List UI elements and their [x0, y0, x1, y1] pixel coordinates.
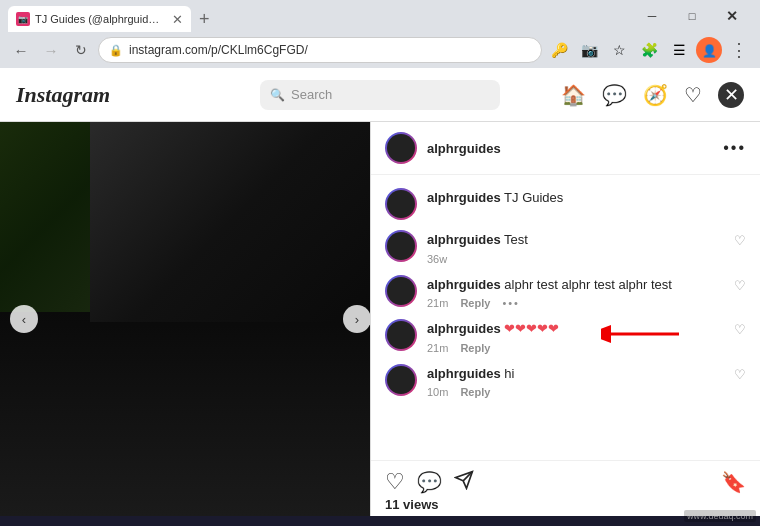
maximize-button[interactable]: □ — [672, 0, 712, 32]
comment-username[interactable]: alphrguides — [427, 321, 501, 336]
comment-text: alphrguides Test — [427, 230, 746, 250]
comment-body: alphrguides TJ Guides — [427, 188, 746, 208]
comments-panel: alphrguides ••• alphrguides TJ Guides — [370, 122, 760, 516]
tab-title: TJ Guides (@alphrguides) • Insta... — [35, 13, 165, 25]
comment-item: alphrguides ❤❤❤❤❤ 21m Reply ♡ — [371, 314, 760, 359]
explore-icon[interactable]: 🧭 — [643, 83, 668, 107]
search-placeholder: Search — [291, 87, 332, 102]
post-actions-bar: ♡ 💬 🔖 11 views — [371, 460, 760, 516]
comment-text: alphrguides ❤❤❤❤❤ — [427, 319, 746, 339]
comment-more-options-button[interactable]: ••• — [502, 297, 520, 309]
minimize-button[interactable]: ─ — [632, 0, 672, 32]
comment-text: alphrguides hi — [427, 364, 746, 384]
comment-time: 21m — [427, 342, 448, 354]
instagram-logo[interactable]: Instagram — [16, 82, 110, 108]
post-author-avatar — [385, 132, 417, 164]
comment-time: 21m — [427, 297, 448, 309]
comment-body: alphrguides alphr test alphr test alphr … — [427, 275, 746, 310]
comment-avatar — [385, 275, 417, 307]
comment-meta: 21m Reply ••• — [427, 297, 746, 309]
comment-body: alphrguides Test 36w — [427, 230, 746, 265]
watermark: www.deuaq.com — [684, 510, 756, 522]
comment-time: 10m — [427, 386, 448, 398]
home-icon[interactable]: 🏠 — [561, 83, 586, 107]
comment-text: alphrguides alphr test alphr test alphr … — [427, 275, 746, 295]
comment-item: alphrguides TJ Guides — [371, 183, 760, 225]
reply-button[interactable]: Reply — [460, 386, 490, 398]
comment-like-button[interactable]: ♡ — [734, 322, 746, 337]
search-icon: 🔍 — [270, 88, 285, 102]
comment-avatar — [385, 364, 417, 396]
reply-button[interactable]: Reply — [460, 297, 490, 309]
comment-meta: 10m Reply — [427, 386, 746, 398]
nav-icons: 🏠 💬 🧭 ♡ ✕ — [561, 82, 744, 108]
close-window-button[interactable]: ✕ — [712, 0, 752, 32]
address-bar[interactable]: 🔒 instagram.com/p/CKLlm6CgFGD/ — [98, 37, 542, 63]
like-action-button[interactable]: ♡ — [385, 469, 405, 495]
reload-button[interactable]: ↻ — [68, 37, 94, 63]
menu-icon[interactable]: ☰ — [666, 37, 692, 63]
comment-text: alphrguides TJ Guides — [427, 188, 746, 208]
post-image-area: ‹ › — [0, 122, 370, 516]
reply-button[interactable]: Reply — [460, 342, 490, 354]
comment-item: alphrguides Test 36w ♡ — [371, 225, 760, 270]
instagram-header: Instagram 🔍 Search 🏠 💬 🧭 ♡ ✕ — [0, 68, 760, 122]
comment-avatar — [385, 188, 417, 220]
comment-action-button[interactable]: 💬 — [417, 470, 442, 494]
red-arrow-annotation — [601, 322, 681, 346]
comment-avatar — [385, 230, 417, 262]
tab-bar: 📷 TJ Guides (@alphrguides) • Insta... ✕ … — [8, 0, 624, 32]
new-tab-button[interactable]: + — [193, 6, 216, 32]
messenger-icon[interactable]: 💬 — [602, 83, 627, 107]
browser-chrome: 📷 TJ Guides (@alphrguides) • Insta... ✕ … — [0, 0, 760, 68]
comment-body: alphrguides hi 10m Reply — [427, 364, 746, 399]
url-text: instagram.com/p/CKLlm6CgFGD/ — [129, 43, 531, 57]
browser-more-button[interactable]: ⋮ — [726, 37, 752, 63]
close-modal-icon[interactable]: ✕ — [718, 82, 744, 108]
comment-time: 36w — [427, 253, 447, 265]
tab-close-icon[interactable]: ✕ — [172, 12, 183, 27]
comment-item-highlighted: alphrguides alphr test alphr test alphr … — [371, 270, 760, 315]
tab-favicon: 📷 — [16, 12, 30, 26]
action-icons-row: ♡ 💬 🔖 — [385, 469, 746, 495]
share-action-button[interactable] — [454, 470, 474, 495]
nav-bar: ← → ↻ 🔒 instagram.com/p/CKLlm6CgFGD/ 🔑 📷… — [0, 32, 760, 68]
next-slide-button[interactable]: › — [343, 305, 370, 333]
star-icon[interactable]: ☆ — [606, 37, 632, 63]
post-author-username[interactable]: alphrguides — [427, 141, 723, 156]
post-options-button[interactable]: ••• — [723, 139, 746, 157]
window-controls: ─ □ ✕ — [632, 0, 752, 32]
browser-key-icon[interactable]: 🔑 — [546, 37, 572, 63]
heart-icon[interactable]: ♡ — [684, 83, 702, 107]
comment-avatar — [385, 319, 417, 351]
camera-off-icon[interactable]: 📷 — [576, 37, 602, 63]
puzzle-icon[interactable]: 🧩 — [636, 37, 662, 63]
comments-scroll-area[interactable]: alphrguides TJ Guides alphrguides Test — [371, 175, 760, 460]
forward-button[interactable]: → — [38, 37, 64, 63]
comment-item: alphrguides hi 10m Reply ♡ — [371, 359, 760, 404]
comment-meta: 21m Reply — [427, 342, 746, 354]
comment-like-button[interactable]: ♡ — [734, 367, 746, 382]
comment-meta: 36w — [427, 253, 746, 265]
post-header: alphrguides ••• — [371, 122, 760, 175]
comment-body: alphrguides ❤❤❤❤❤ 21m Reply — [427, 319, 746, 354]
comment-username[interactable]: alphrguides — [427, 190, 501, 205]
user-avatar-button[interactable]: 👤 — [696, 37, 722, 63]
active-tab[interactable]: 📷 TJ Guides (@alphrguides) • Insta... ✕ — [8, 6, 191, 32]
lock-icon: 🔒 — [109, 44, 123, 57]
comment-username[interactable]: alphrguides — [427, 232, 501, 247]
comment-username[interactable]: alphrguides — [427, 366, 501, 381]
prev-slide-button[interactable]: ‹ — [10, 305, 38, 333]
back-button[interactable]: ← — [8, 37, 34, 63]
main-area: ‹ › alphrguides ••• alphrguides TJ — [0, 122, 760, 516]
save-action-button[interactable]: 🔖 — [721, 470, 746, 494]
comment-username[interactable]: alphrguides — [427, 277, 501, 292]
search-bar[interactable]: 🔍 Search — [260, 80, 500, 110]
comment-like-button[interactable]: ♡ — [734, 278, 746, 293]
comment-like-button[interactable]: ♡ — [734, 233, 746, 248]
